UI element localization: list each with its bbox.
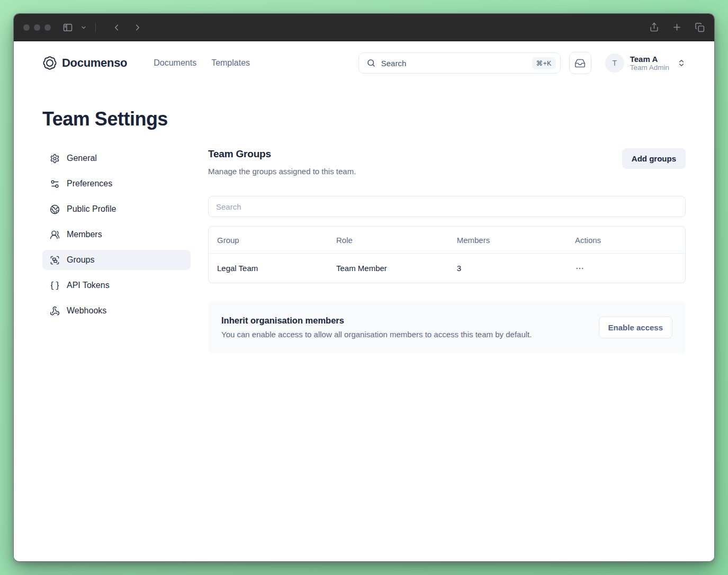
nav-templates[interactable]: Templates	[211, 58, 250, 68]
sidebar-item-webhooks[interactable]: Webhooks	[42, 301, 191, 321]
brand-logo[interactable]: Documenso	[42, 56, 127, 70]
settings-sidebar: General Preferences Public Profile	[42, 148, 191, 353]
inherit-title: Inherit organisation members	[221, 316, 532, 326]
share-icon[interactable]	[649, 22, 659, 32]
column-header-role: Role	[328, 236, 448, 245]
main-nav: Documents Templates	[154, 58, 250, 68]
app-content: Documenso Documents Templates Search ⌘+K…	[14, 41, 714, 561]
users-icon	[50, 230, 60, 240]
cell-group-name: Legal Team	[209, 264, 328, 273]
browser-window: Documenso Documents Templates Search ⌘+K…	[13, 13, 715, 562]
sidebar-item-preferences[interactable]: Preferences	[42, 174, 191, 194]
braces-icon	[50, 281, 60, 291]
sidebar-item-groups[interactable]: Groups	[42, 250, 191, 270]
sidebar-item-label: General	[67, 154, 97, 163]
toolbar-divider	[95, 23, 96, 32]
tab-overview-icon[interactable]	[695, 22, 705, 32]
new-tab-icon[interactable]	[672, 22, 682, 32]
section-subtitle: Manage the groups assigned to this team.	[208, 167, 356, 176]
groups-table: Group Role Members Actions Legal Team Te…	[208, 226, 686, 283]
inbox-button[interactable]	[569, 52, 591, 74]
close-window-button[interactable]	[23, 24, 30, 31]
table-header-row: Group Role Members Actions	[209, 227, 685, 253]
sidebar-item-label: Public Profile	[67, 204, 116, 214]
zoom-window-button[interactable]	[44, 24, 51, 31]
search-icon	[366, 58, 376, 68]
chevron-down-icon[interactable]	[80, 24, 87, 31]
column-header-members: Members	[448, 236, 567, 245]
traffic-lights[interactable]	[23, 24, 51, 31]
global-search-placeholder: Search	[381, 59, 527, 68]
team-groups-panel: Team Groups Manage the groups assigned t…	[208, 148, 686, 353]
cell-role: Team Member	[328, 264, 448, 273]
column-header-group: Group	[209, 236, 328, 245]
page-title: Team Settings	[42, 108, 686, 130]
account-role: Team Admin	[630, 64, 669, 72]
section-title: Team Groups	[208, 148, 356, 160]
sidebar-item-general[interactable]: General	[42, 148, 191, 168]
sidebar-item-public-profile[interactable]: Public Profile	[42, 199, 191, 219]
group-icon	[50, 255, 60, 265]
table-row: Legal Team Team Member 3	[209, 253, 685, 283]
groups-filter-input[interactable]	[208, 196, 686, 217]
sidebar-item-label: Members	[67, 230, 102, 239]
add-groups-button[interactable]: Add groups	[622, 148, 686, 169]
webhook-icon	[50, 306, 60, 316]
inherit-members-card: Inherit organisation members You can ena…	[208, 301, 686, 353]
global-search-input[interactable]: Search ⌘+K	[358, 52, 561, 74]
back-icon[interactable]	[112, 23, 121, 32]
sidebar-item-label: API Tokens	[67, 281, 110, 290]
app-header: Documenso Documents Templates Search ⌘+K…	[14, 41, 714, 85]
titlebar	[14, 14, 714, 41]
sidebar-item-label: Webhooks	[67, 306, 106, 316]
row-actions-menu-icon[interactable]	[575, 264, 677, 273]
sidebar-item-api-tokens[interactable]: API Tokens	[42, 275, 191, 295]
globe-icon	[50, 204, 60, 214]
account-name: Team A	[630, 55, 669, 64]
minimize-window-button[interactable]	[34, 24, 40, 31]
sidebar-toggle-icon[interactable]	[62, 22, 73, 33]
sidebar-item-label: Preferences	[67, 179, 112, 188]
inbox-icon	[574, 58, 586, 69]
documenso-seal-icon	[42, 56, 57, 70]
sliders-icon	[50, 179, 60, 189]
chevrons-up-down-icon	[677, 59, 686, 67]
avatar: T	[605, 53, 624, 73]
forward-icon[interactable]	[133, 23, 142, 32]
inherit-description: You can enable access to allow all organ…	[221, 330, 532, 339]
gear-icon	[50, 154, 60, 164]
search-shortcut-badge: ⌘+K	[532, 57, 556, 69]
sidebar-item-members[interactable]: Members	[42, 224, 191, 245]
brand-name: Documenso	[62, 56, 127, 70]
cell-members-count: 3	[448, 264, 567, 273]
sidebar-item-label: Groups	[67, 255, 94, 265]
nav-documents[interactable]: Documents	[154, 58, 196, 68]
enable-access-button[interactable]: Enable access	[599, 317, 672, 338]
column-header-actions: Actions	[567, 236, 685, 245]
account-menu[interactable]: T Team A Team Admin	[605, 53, 686, 73]
